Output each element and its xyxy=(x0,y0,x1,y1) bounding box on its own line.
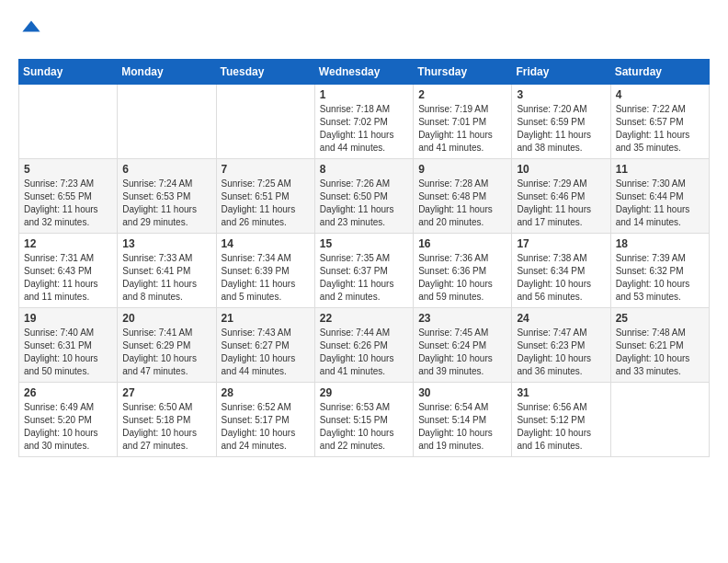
day-number: 5 xyxy=(24,163,112,176)
calendar-table: SundayMondayTuesdayWednesdayThursdayFrid… xyxy=(18,59,710,457)
page: SundayMondayTuesdayWednesdayThursdayFrid… xyxy=(0,0,728,476)
day-info: Sunrise: 6:54 AM Sunset: 5:14 PM Dayligh… xyxy=(418,401,506,453)
day-number: 18 xyxy=(616,237,704,250)
calendar-cell: 8Sunrise: 7:26 AM Sunset: 6:50 PM Daylig… xyxy=(314,159,413,234)
day-info: Sunrise: 7:35 AM Sunset: 6:37 PM Dayligh… xyxy=(320,252,408,304)
calendar-cell: 28Sunrise: 6:52 AM Sunset: 5:17 PM Dayli… xyxy=(216,383,314,457)
day-info: Sunrise: 7:36 AM Sunset: 6:36 PM Dayligh… xyxy=(418,252,506,304)
weekday-header-monday: Monday xyxy=(118,60,216,85)
day-info: Sunrise: 7:33 AM Sunset: 6:41 PM Dayligh… xyxy=(122,252,210,304)
day-info: Sunrise: 7:43 AM Sunset: 6:27 PM Dayligh… xyxy=(222,327,310,378)
calendar-cell: 10Sunrise: 7:29 AM Sunset: 6:46 PM Dayli… xyxy=(512,159,610,234)
day-info: Sunrise: 7:28 AM Sunset: 6:48 PM Dayligh… xyxy=(418,178,506,229)
calendar-cell: 19Sunrise: 7:40 AM Sunset: 6:31 PM Dayli… xyxy=(19,308,118,383)
calendar-cell: 12Sunrise: 7:31 AM Sunset: 6:43 PM Dayli… xyxy=(19,234,118,308)
day-number: 31 xyxy=(517,386,605,399)
calendar-cell: 21Sunrise: 7:43 AM Sunset: 6:27 PM Dayli… xyxy=(216,308,314,383)
calendar-cell: 31Sunrise: 6:56 AM Sunset: 5:12 PM Dayli… xyxy=(512,383,610,457)
day-info: Sunrise: 6:49 AM Sunset: 5:20 PM Dayligh… xyxy=(24,401,112,453)
day-info: Sunrise: 7:18 AM Sunset: 7:02 PM Dayligh… xyxy=(320,103,408,155)
day-number: 16 xyxy=(418,237,506,250)
day-number: 11 xyxy=(616,163,704,176)
calendar-week-row: 19Sunrise: 7:40 AM Sunset: 6:31 PM Dayli… xyxy=(19,308,710,383)
calendar-cell: 23Sunrise: 7:45 AM Sunset: 6:24 PM Dayli… xyxy=(414,308,512,383)
calendar-week-row: 1Sunrise: 7:18 AM Sunset: 7:02 PM Daylig… xyxy=(19,85,710,159)
day-number: 14 xyxy=(222,237,310,250)
day-info: Sunrise: 7:20 AM Sunset: 6:59 PM Dayligh… xyxy=(517,103,605,155)
calendar-week-row: 5Sunrise: 7:23 AM Sunset: 6:55 PM Daylig… xyxy=(19,159,710,234)
day-info: Sunrise: 7:40 AM Sunset: 6:31 PM Dayligh… xyxy=(24,327,112,378)
calendar-cell: 24Sunrise: 7:47 AM Sunset: 6:23 PM Dayli… xyxy=(512,308,610,383)
logo xyxy=(18,18,42,44)
calendar-cell: 14Sunrise: 7:34 AM Sunset: 6:39 PM Dayli… xyxy=(216,234,314,308)
calendar-cell: 5Sunrise: 7:23 AM Sunset: 6:55 PM Daylig… xyxy=(19,159,118,234)
calendar-cell: 29Sunrise: 6:53 AM Sunset: 5:15 PM Dayli… xyxy=(314,383,413,457)
calendar-cell: 9Sunrise: 7:28 AM Sunset: 6:48 PM Daylig… xyxy=(414,159,512,234)
day-info: Sunrise: 7:48 AM Sunset: 6:21 PM Dayligh… xyxy=(616,327,704,378)
day-info: Sunrise: 6:56 AM Sunset: 5:12 PM Dayligh… xyxy=(517,401,605,453)
day-info: Sunrise: 7:19 AM Sunset: 7:01 PM Dayligh… xyxy=(418,103,506,155)
day-info: Sunrise: 7:44 AM Sunset: 6:26 PM Dayligh… xyxy=(320,327,408,378)
day-number: 26 xyxy=(24,386,112,399)
day-info: Sunrise: 7:23 AM Sunset: 6:55 PM Dayligh… xyxy=(24,178,112,229)
day-number: 8 xyxy=(320,163,408,176)
day-number: 12 xyxy=(24,237,112,250)
day-number: 23 xyxy=(418,312,506,325)
day-number: 7 xyxy=(222,163,310,176)
day-info: Sunrise: 7:38 AM Sunset: 6:34 PM Dayligh… xyxy=(517,252,605,304)
day-info: Sunrise: 7:26 AM Sunset: 6:50 PM Dayligh… xyxy=(320,178,408,229)
weekday-header-thursday: Thursday xyxy=(414,60,512,85)
weekday-header-sunday: Sunday xyxy=(19,60,118,85)
day-info: Sunrise: 7:31 AM Sunset: 6:43 PM Dayligh… xyxy=(24,252,112,304)
day-number: 30 xyxy=(418,386,506,399)
day-number: 9 xyxy=(418,163,506,176)
day-number: 15 xyxy=(320,237,408,250)
calendar-cell: 20Sunrise: 7:41 AM Sunset: 6:29 PM Dayli… xyxy=(118,308,216,383)
calendar-cell: 27Sunrise: 6:50 AM Sunset: 5:18 PM Dayli… xyxy=(118,383,216,457)
calendar-cell: 1Sunrise: 7:18 AM Sunset: 7:02 PM Daylig… xyxy=(314,85,413,159)
calendar-cell: 7Sunrise: 7:25 AM Sunset: 6:51 PM Daylig… xyxy=(216,159,314,234)
calendar-cell: 30Sunrise: 6:54 AM Sunset: 5:14 PM Dayli… xyxy=(414,383,512,457)
calendar-cell: 4Sunrise: 7:22 AM Sunset: 6:57 PM Daylig… xyxy=(610,85,709,159)
day-number: 17 xyxy=(517,237,605,250)
day-number: 6 xyxy=(122,163,210,176)
logo-icon xyxy=(20,18,42,40)
day-info: Sunrise: 6:53 AM Sunset: 5:15 PM Dayligh… xyxy=(320,401,408,453)
weekday-header-saturday: Saturday xyxy=(610,60,709,85)
day-number: 21 xyxy=(222,312,310,325)
day-number: 4 xyxy=(616,88,704,101)
weekday-header-wednesday: Wednesday xyxy=(314,60,413,85)
day-number: 1 xyxy=(320,88,408,101)
calendar-cell xyxy=(610,383,709,457)
calendar-cell: 18Sunrise: 7:39 AM Sunset: 6:32 PM Dayli… xyxy=(610,234,709,308)
day-info: Sunrise: 7:22 AM Sunset: 6:57 PM Dayligh… xyxy=(616,103,704,155)
day-number: 13 xyxy=(122,237,210,250)
calendar-cell: 16Sunrise: 7:36 AM Sunset: 6:36 PM Dayli… xyxy=(414,234,512,308)
calendar-cell: 22Sunrise: 7:44 AM Sunset: 6:26 PM Dayli… xyxy=(314,308,413,383)
day-info: Sunrise: 7:24 AM Sunset: 6:53 PM Dayligh… xyxy=(122,178,210,229)
day-number: 3 xyxy=(517,88,605,101)
calendar-cell: 6Sunrise: 7:24 AM Sunset: 6:53 PM Daylig… xyxy=(118,159,216,234)
day-number: 2 xyxy=(418,88,506,101)
calendar-cell xyxy=(19,85,118,159)
day-number: 10 xyxy=(517,163,605,176)
day-info: Sunrise: 7:47 AM Sunset: 6:23 PM Dayligh… xyxy=(517,327,605,378)
day-info: Sunrise: 6:52 AM Sunset: 5:17 PM Dayligh… xyxy=(222,401,310,453)
day-info: Sunrise: 6:50 AM Sunset: 5:18 PM Dayligh… xyxy=(122,401,210,453)
calendar-cell: 26Sunrise: 6:49 AM Sunset: 5:20 PM Dayli… xyxy=(19,383,118,457)
day-number: 24 xyxy=(517,312,605,325)
header xyxy=(18,18,710,44)
weekday-header-friday: Friday xyxy=(512,60,610,85)
day-number: 29 xyxy=(320,386,408,399)
day-info: Sunrise: 7:29 AM Sunset: 6:46 PM Dayligh… xyxy=(517,178,605,229)
day-info: Sunrise: 7:39 AM Sunset: 6:32 PM Dayligh… xyxy=(616,252,704,304)
calendar-week-row: 12Sunrise: 7:31 AM Sunset: 6:43 PM Dayli… xyxy=(19,234,710,308)
calendar-cell: 11Sunrise: 7:30 AM Sunset: 6:44 PM Dayli… xyxy=(610,159,709,234)
day-info: Sunrise: 7:45 AM Sunset: 6:24 PM Dayligh… xyxy=(418,327,506,378)
day-number: 25 xyxy=(616,312,704,325)
calendar-week-row: 26Sunrise: 6:49 AM Sunset: 5:20 PM Dayli… xyxy=(19,383,710,457)
svg-marker-0 xyxy=(22,20,40,31)
day-number: 19 xyxy=(24,312,112,325)
calendar-cell: 15Sunrise: 7:35 AM Sunset: 6:37 PM Dayli… xyxy=(314,234,413,308)
day-number: 28 xyxy=(222,386,310,399)
